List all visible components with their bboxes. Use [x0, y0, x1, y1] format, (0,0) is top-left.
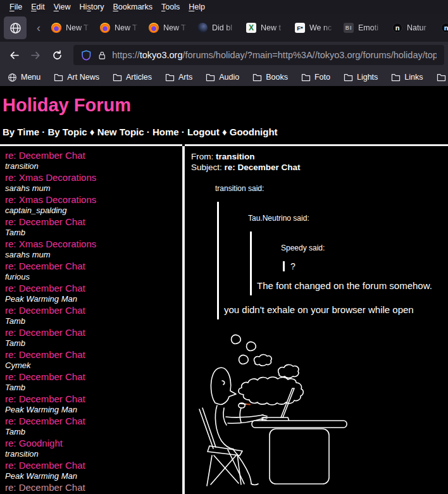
quote-attribution: transition said:: [215, 184, 444, 193]
reload-icon: [52, 50, 63, 61]
reload-button[interactable]: [47, 45, 67, 65]
menu-tools[interactable]: Tools: [157, 1, 184, 13]
thread-link[interactable]: re: Xmas Decorations: [5, 238, 180, 250]
forum-header-frame: Holiday Forum By Time · By Topic ♦ New T…: [0, 86, 448, 144]
address-bar[interactable]: https://tokyo3.org/forums/holiday/?main=…: [73, 45, 444, 65]
bookmark-menu[interactable]: Menu: [8, 73, 40, 82]
menu-edit[interactable]: Edit: [27, 1, 49, 13]
cigarette-ember: [247, 404, 250, 405]
thread-link[interactable]: re: Goodnight: [5, 438, 180, 449]
folder-icon: [113, 73, 122, 82]
tab-new-1[interactable]: New T: [47, 16, 96, 39]
thread-link[interactable]: re: December Chat: [5, 482, 180, 493]
forward-button[interactable]: [25, 45, 46, 65]
thread-link[interactable]: re: December Chat: [5, 150, 180, 161]
tab-new-2[interactable]: New T: [96, 16, 144, 39]
nav-link-logout[interactable]: Logout: [187, 127, 220, 137]
thread-list-item-current: re: December Chattransition: [5, 482, 180, 494]
tab-emoti[interactable]: BI Emoti: [339, 16, 388, 39]
thread-author: Peak Warming Man: [5, 471, 180, 481]
menu-history[interactable]: History: [75, 1, 109, 13]
url-domain: tokyo3.org: [140, 50, 183, 60]
menu-bookmarks[interactable]: Bookmarks: [109, 1, 158, 13]
thread-list-item: re: December ChatTamb: [5, 216, 180, 238]
tab-natur[interactable]: n Natur: [388, 16, 437, 39]
page-title: Holiday Forum: [3, 95, 448, 116]
thread-link[interactable]: re: December Chat: [5, 371, 180, 383]
quote-level-1: Tau.Neutrino said: Speedy said: ? The fo…: [217, 202, 444, 319]
thread-link[interactable]: re: December Chat: [5, 393, 180, 405]
nav-link-by-topic[interactable]: By Topic: [47, 127, 87, 137]
message-from-line: From: transition: [191, 151, 444, 162]
nav-link-goodnight[interactable]: Goodnight: [230, 127, 278, 137]
bookmark-folder-links[interactable]: Links: [391, 73, 423, 82]
thread-list-item: re: December ChatTamb: [5, 371, 180, 393]
thread-list-item: re: Xmas Decorationssarahs mum: [5, 172, 180, 194]
navigation-toolbar: https://tokyo3.org/forums/holiday/?main=…: [0, 42, 448, 68]
thread-list-frame: re: December Chattransition re: Xmas Dec…: [0, 144, 182, 494]
globe-icon: [8, 73, 17, 82]
menu-view[interactable]: View: [49, 1, 75, 13]
bookmark-folder-articles[interactable]: Articles: [113, 73, 152, 82]
thread-link[interactable]: re: Xmas Decorations: [5, 194, 180, 206]
scroll-tabs-left-button[interactable]: ‹: [30, 16, 47, 39]
thread-author: Cymek: [5, 361, 180, 371]
thread-link[interactable]: re: December Chat: [5, 416, 180, 427]
quote-attribution: Tau.Neutrino said:: [248, 214, 444, 223]
nav-link-home[interactable]: Home: [152, 127, 179, 137]
thread-link[interactable]: re: December Chat: [5, 261, 180, 272]
bookmarks-toolbar: Menu Art News Articles Arts Audio Books …: [0, 68, 448, 86]
nav-link-by-time[interactable]: By Time: [3, 127, 39, 137]
menu-file[interactable]: File: [5, 1, 27, 13]
folder-icon: [437, 73, 446, 82]
quoted-text: The font changed on the forum somehow.: [257, 280, 444, 291]
tab-did-bl[interactable]: Did bl: [193, 16, 242, 39]
thread-author: Tamb: [5, 316, 180, 326]
firefox-icon: [149, 23, 159, 33]
tab-title: Natur: [407, 23, 432, 32]
thread-link[interactable]: re: December Chat: [5, 283, 180, 294]
thread-link[interactable]: re: December Chat: [5, 305, 180, 316]
n-badge-icon: n: [392, 23, 402, 33]
folder-icon: [301, 73, 311, 82]
lock-icon: [97, 51, 107, 60]
thread-link[interactable]: re: December Chat: [5, 216, 180, 228]
message-frame: From: transition Subject: re: December C…: [185, 144, 448, 494]
quote-level-3: ?: [283, 261, 444, 271]
bookmark-folder-audio[interactable]: Audio: [206, 73, 239, 82]
bookmark-folder-foto[interactable]: Foto: [301, 73, 330, 82]
thread-link[interactable]: re: December Chat: [5, 349, 180, 361]
thread-list-item: re: December ChatCymek: [5, 349, 180, 371]
thread-author: sarahs mum: [5, 250, 180, 260]
nav-link-new-topic[interactable]: New Topic: [97, 127, 144, 137]
firefox-icon: [51, 23, 61, 33]
folder-icon: [165, 73, 175, 82]
back-arrow-icon: [9, 50, 20, 61]
bookmark-folder-lights[interactable]: Lights: [344, 73, 378, 82]
thread-list-item: re: December ChatPeak Warming Man: [5, 460, 180, 481]
back-button[interactable]: [4, 45, 24, 65]
thread-list-item: re: December ChatTamb: [5, 416, 180, 437]
thread-link[interactable]: re: December Chat: [5, 460, 180, 471]
tab-new-4[interactable]: X New t: [242, 16, 290, 39]
menu-help[interactable]: Help: [184, 1, 209, 13]
thread-link[interactable]: re: December Chat: [5, 327, 180, 338]
thread-author: transition: [5, 449, 180, 459]
bookmark-folder-books[interactable]: Books: [252, 73, 288, 82]
thread-author: captain_spalding: [5, 206, 180, 216]
globe-icon: [9, 22, 22, 34]
thread-link[interactable]: re: Xmas Decorations: [5, 172, 180, 183]
thread-list-item: re: Xmas Decorationssarahs mum: [5, 238, 180, 260]
browser-menu-bar: File Edit View History Bookmarks Tools H…: [0, 0, 448, 14]
bookmark-folder-art-news[interactable]: Art News: [54, 73, 99, 82]
tab-new-3[interactable]: New T: [144, 16, 193, 39]
folder-icon: [206, 73, 215, 82]
quote-attribution: Speedy said:: [281, 244, 444, 252]
bookmark-folder-mind-maps[interactable]: Mind Maps: [437, 73, 448, 82]
url-text: https://tokyo3.org/forums/holiday/?main=…: [112, 50, 437, 60]
tab-we-nc[interactable]: F* We nc: [290, 16, 339, 39]
tab-partial[interactable]: n: [437, 16, 448, 39]
thread-list-item: re: December ChatPeak Warming Man: [5, 283, 180, 304]
bookmark-folder-arts[interactable]: Arts: [165, 73, 192, 82]
active-pinned-tab[interactable]: [4, 16, 27, 39]
